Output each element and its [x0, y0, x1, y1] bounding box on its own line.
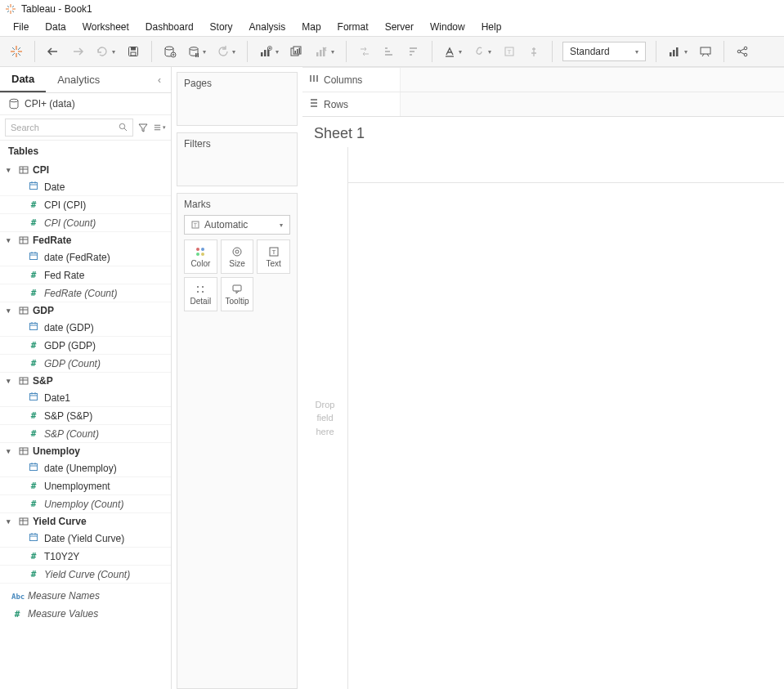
group-button[interactable]: ▾	[468, 40, 496, 63]
sort-descending-button[interactable]	[402, 40, 425, 63]
field-date[interactable]: Date	[0, 178, 171, 196]
menu-data[interactable]: Data	[37, 20, 74, 34]
duplicate-sheet-button[interactable]	[285, 40, 308, 63]
field-measure-values[interactable]: #Measure Values	[0, 605, 171, 623]
tab-data[interactable]: Data	[0, 67, 46, 92]
redo-button[interactable]	[66, 40, 89, 63]
field-fed-rate[interactable]: #Fed Rate	[0, 266, 171, 284]
rows-shelf[interactable]	[401, 92, 784, 116]
field-cpi-count-[interactable]: #CPI (Count)	[0, 214, 171, 232]
new-datasource-button[interactable]	[159, 40, 181, 63]
menu-map[interactable]: Map	[293, 20, 329, 34]
table-group-fedrate[interactable]: ▾FedRate	[0, 232, 171, 248]
mark-card-color[interactable]: Color	[184, 239, 217, 274]
pin-axis-button[interactable]	[522, 40, 545, 63]
collapse-panel-button[interactable]: ‹	[148, 67, 171, 92]
menu-worksheet[interactable]: Worksheet	[74, 20, 137, 34]
filter-icon[interactable]	[137, 121, 150, 134]
menu-format[interactable]: Format	[329, 20, 377, 34]
field-date1[interactable]: Date1	[0, 389, 171, 407]
field-type-icon: #	[28, 499, 39, 509]
field-date-fedrate-[interactable]: date (FedRate)	[0, 248, 171, 266]
field-date-gdp-[interactable]: date (GDP)	[0, 319, 171, 337]
refresh-datasource-button[interactable]: ▾	[213, 40, 240, 63]
mark-card-label: Text	[266, 259, 280, 268]
share-button[interactable]	[731, 40, 754, 63]
new-worksheet-button[interactable]: ▾	[254, 40, 284, 63]
presentation-mode-button[interactable]	[694, 40, 717, 63]
table-icon	[18, 445, 29, 457]
field-yield-curve-count-[interactable]: #Yield Curve (Count)	[0, 566, 171, 584]
svg-rect-25	[198, 53, 199, 57]
pages-shelf[interactable]: Pages	[177, 72, 298, 126]
toolbar: ▾ ▾ ▾ ▾ ▾ ▾ ▾ T Standard ▾ ▾	[0, 36, 784, 67]
chevron-down-icon: ▾	[635, 48, 638, 56]
field-gdp-count-[interactable]: #GDP (Count)	[0, 355, 171, 373]
search-icon	[119, 123, 128, 133]
pause-auto-updates-button[interactable]: ▾	[183, 40, 211, 63]
field-t10y2y[interactable]: #T10Y2Y	[0, 548, 171, 566]
save-button[interactable]	[122, 40, 145, 63]
fit-dropdown[interactable]: Standard ▾	[562, 42, 646, 61]
marks-type-dropdown[interactable]: TAutomatic ▾	[184, 215, 290, 235]
window-title: Tableau - Book1	[21, 3, 92, 15]
tableau-cloud-icon[interactable]	[5, 40, 28, 63]
field-type-icon: #	[28, 410, 39, 421]
field-date-unemploy-[interactable]: date (Unemploy)	[0, 459, 171, 477]
menu-window[interactable]: Window	[422, 20, 473, 34]
table-group-yield-curve[interactable]: ▾Yield Curve	[0, 513, 171, 530]
caret-down-icon: ▾	[7, 306, 15, 315]
view-list-icon[interactable]: ▾	[153, 121, 166, 134]
svg-rect-36	[299, 48, 301, 54]
tableau-logo-icon	[5, 3, 16, 15]
columns-shelf[interactable]	[401, 68, 784, 92]
mark-card-tooltip[interactable]: Tooltip	[221, 277, 254, 311]
field-s-p-count-[interactable]: #S&P (Count)	[0, 425, 171, 443]
menu-server[interactable]: Server	[377, 20, 422, 34]
canvas-col-drop[interactable]	[348, 147, 784, 183]
sheet-title[interactable]: Sheet 1	[302, 117, 784, 147]
clear-sheet-button[interactable]: ▾	[310, 40, 339, 63]
menu-story[interactable]: Story	[202, 20, 241, 34]
field-measure-names[interactable]: AbcMeasure Names	[0, 587, 171, 605]
menu-help[interactable]: Help	[473, 20, 510, 34]
mark-card-detail[interactable]: Detail	[184, 277, 217, 311]
tab-analytics[interactable]: Analytics	[46, 67, 111, 92]
show-mark-labels-button[interactable]: T	[498, 40, 521, 63]
data-panel: Data Analytics ‹ CPI+ (data) Search ▾ Ta…	[0, 67, 172, 689]
mark-card-size[interactable]: Size	[221, 239, 254, 274]
table-group-gdp[interactable]: ▾GDP	[0, 302, 171, 319]
table-group-s-p[interactable]: ▾S&P	[0, 373, 171, 389]
menu-dashboard[interactable]: Dashboard	[137, 20, 202, 34]
field-fedrate-count-[interactable]: #FedRate (Count)	[0, 284, 171, 302]
search-input[interactable]: Search	[5, 119, 133, 136]
table-group-unemploy[interactable]: ▾Unemploy	[0, 443, 171, 459]
filters-shelf[interactable]: Filters	[177, 132, 298, 186]
caret-down-icon: ▾	[7, 166, 15, 174]
highlight-button[interactable]: ▾	[439, 40, 467, 63]
show-me-button[interactable]: ▾	[663, 40, 692, 63]
field-unemploy-count-[interactable]: #Unemploy (Count)	[0, 495, 171, 513]
sort-ascending-button[interactable]	[378, 40, 401, 63]
mark-card-text[interactable]: TText	[257, 239, 290, 274]
field-s-p-s-p-[interactable]: #S&P (S&P)	[0, 407, 171, 425]
field-gdp-gdp-[interactable]: #GDP (GDP)	[0, 337, 171, 355]
canvas-row-drop[interactable]: Drop field here	[302, 147, 348, 689]
revert-button[interactable]: ▾	[91, 40, 120, 63]
field-cpi-cpi-[interactable]: #CPI (CPI)	[0, 196, 171, 214]
field-type-icon: #	[28, 270, 39, 280]
swap-rows-columns-button[interactable]	[353, 40, 376, 63]
svg-point-63	[119, 123, 124, 128]
field-date-yield-curve-[interactable]: Date (Yield Curve)	[0, 530, 171, 548]
datasource-row[interactable]: CPI+ (data)	[0, 93, 171, 114]
undo-button[interactable]	[42, 40, 65, 63]
svg-point-62	[10, 99, 18, 102]
field-unemployment[interactable]: #Unemployment	[0, 477, 171, 495]
table-group-label: GDP	[33, 305, 54, 316]
menu-analysis[interactable]: Analysis	[241, 20, 294, 34]
table-group-cpi[interactable]: ▾CPI	[0, 162, 171, 178]
canvas-main[interactable]	[348, 147, 784, 689]
automatic-icon: T	[191, 221, 199, 229]
menu-file[interactable]: File	[5, 20, 37, 34]
field-type-icon: #	[28, 288, 39, 298]
